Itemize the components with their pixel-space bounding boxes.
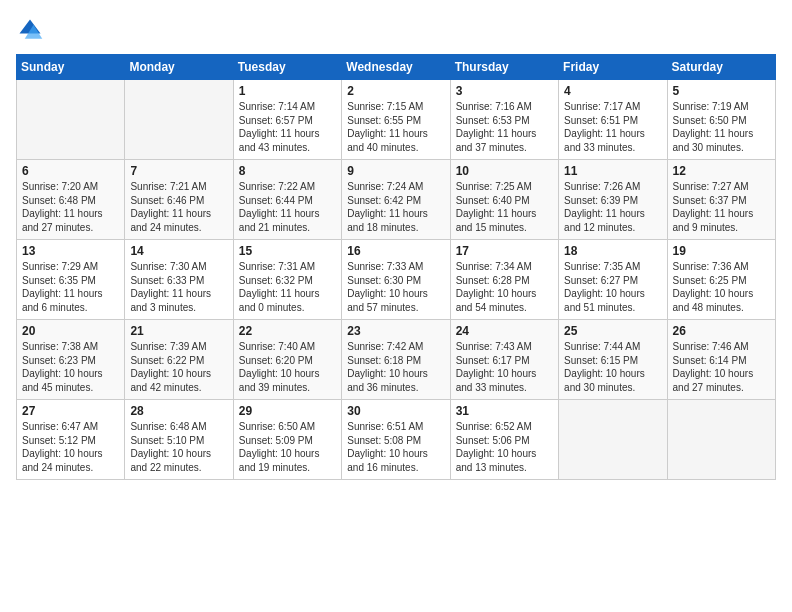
day-number: 27 — [22, 404, 119, 418]
calendar-table: SundayMondayTuesdayWednesdayThursdayFrid… — [16, 54, 776, 480]
day-info: Sunrise: 7:24 AMSunset: 6:42 PMDaylight:… — [347, 180, 444, 234]
day-info: Sunrise: 7:40 AMSunset: 6:20 PMDaylight:… — [239, 340, 336, 394]
day-info: Sunrise: 7:38 AMSunset: 6:23 PMDaylight:… — [22, 340, 119, 394]
calendar-cell: 20Sunrise: 7:38 AMSunset: 6:23 PMDayligh… — [17, 320, 125, 400]
day-info: Sunrise: 7:42 AMSunset: 6:18 PMDaylight:… — [347, 340, 444, 394]
day-number: 8 — [239, 164, 336, 178]
day-info: Sunrise: 7:26 AMSunset: 6:39 PMDaylight:… — [564, 180, 661, 234]
day-number: 18 — [564, 244, 661, 258]
day-info: Sunrise: 6:51 AMSunset: 5:08 PMDaylight:… — [347, 420, 444, 474]
day-info: Sunrise: 7:36 AMSunset: 6:25 PMDaylight:… — [673, 260, 770, 314]
day-info: Sunrise: 6:52 AMSunset: 5:06 PMDaylight:… — [456, 420, 553, 474]
calendar-cell: 17Sunrise: 7:34 AMSunset: 6:28 PMDayligh… — [450, 240, 558, 320]
day-info: Sunrise: 7:14 AMSunset: 6:57 PMDaylight:… — [239, 100, 336, 154]
header-monday: Monday — [125, 55, 233, 80]
day-number: 20 — [22, 324, 119, 338]
header-thursday: Thursday — [450, 55, 558, 80]
day-info: Sunrise: 7:30 AMSunset: 6:33 PMDaylight:… — [130, 260, 227, 314]
calendar-cell: 4Sunrise: 7:17 AMSunset: 6:51 PMDaylight… — [559, 80, 667, 160]
calendar-cell: 25Sunrise: 7:44 AMSunset: 6:15 PMDayligh… — [559, 320, 667, 400]
calendar-cell — [559, 400, 667, 480]
calendar-cell: 29Sunrise: 6:50 AMSunset: 5:09 PMDayligh… — [233, 400, 341, 480]
calendar-cell: 28Sunrise: 6:48 AMSunset: 5:10 PMDayligh… — [125, 400, 233, 480]
calendar-cell: 18Sunrise: 7:35 AMSunset: 6:27 PMDayligh… — [559, 240, 667, 320]
calendar-cell: 7Sunrise: 7:21 AMSunset: 6:46 PMDaylight… — [125, 160, 233, 240]
day-number: 19 — [673, 244, 770, 258]
calendar-cell: 11Sunrise: 7:26 AMSunset: 6:39 PMDayligh… — [559, 160, 667, 240]
day-number: 30 — [347, 404, 444, 418]
day-number: 3 — [456, 84, 553, 98]
day-info: Sunrise: 7:16 AMSunset: 6:53 PMDaylight:… — [456, 100, 553, 154]
header-wednesday: Wednesday — [342, 55, 450, 80]
day-number: 21 — [130, 324, 227, 338]
day-number: 15 — [239, 244, 336, 258]
logo-icon — [16, 16, 44, 44]
calendar-cell: 19Sunrise: 7:36 AMSunset: 6:25 PMDayligh… — [667, 240, 775, 320]
day-number: 25 — [564, 324, 661, 338]
calendar-cell: 16Sunrise: 7:33 AMSunset: 6:30 PMDayligh… — [342, 240, 450, 320]
calendar-cell — [125, 80, 233, 160]
calendar-cell: 14Sunrise: 7:30 AMSunset: 6:33 PMDayligh… — [125, 240, 233, 320]
day-info: Sunrise: 7:39 AMSunset: 6:22 PMDaylight:… — [130, 340, 227, 394]
day-number: 24 — [456, 324, 553, 338]
day-info: Sunrise: 7:20 AMSunset: 6:48 PMDaylight:… — [22, 180, 119, 234]
logo — [16, 16, 48, 44]
calendar-header-row: SundayMondayTuesdayWednesdayThursdayFrid… — [17, 55, 776, 80]
day-number: 23 — [347, 324, 444, 338]
calendar-cell — [17, 80, 125, 160]
day-number: 17 — [456, 244, 553, 258]
day-info: Sunrise: 7:19 AMSunset: 6:50 PMDaylight:… — [673, 100, 770, 154]
calendar-cell: 31Sunrise: 6:52 AMSunset: 5:06 PMDayligh… — [450, 400, 558, 480]
day-info: Sunrise: 6:47 AMSunset: 5:12 PMDaylight:… — [22, 420, 119, 474]
header-friday: Friday — [559, 55, 667, 80]
day-number: 16 — [347, 244, 444, 258]
calendar-cell — [667, 400, 775, 480]
day-number: 26 — [673, 324, 770, 338]
day-number: 10 — [456, 164, 553, 178]
day-info: Sunrise: 7:34 AMSunset: 6:28 PMDaylight:… — [456, 260, 553, 314]
calendar-cell: 9Sunrise: 7:24 AMSunset: 6:42 PMDaylight… — [342, 160, 450, 240]
day-info: Sunrise: 6:50 AMSunset: 5:09 PMDaylight:… — [239, 420, 336, 474]
day-number: 5 — [673, 84, 770, 98]
calendar-cell: 21Sunrise: 7:39 AMSunset: 6:22 PMDayligh… — [125, 320, 233, 400]
calendar-cell: 8Sunrise: 7:22 AMSunset: 6:44 PMDaylight… — [233, 160, 341, 240]
week-row-2: 6Sunrise: 7:20 AMSunset: 6:48 PMDaylight… — [17, 160, 776, 240]
header-tuesday: Tuesday — [233, 55, 341, 80]
day-number: 29 — [239, 404, 336, 418]
day-number: 6 — [22, 164, 119, 178]
calendar-cell: 10Sunrise: 7:25 AMSunset: 6:40 PMDayligh… — [450, 160, 558, 240]
day-info: Sunrise: 7:21 AMSunset: 6:46 PMDaylight:… — [130, 180, 227, 234]
calendar-cell: 6Sunrise: 7:20 AMSunset: 6:48 PMDaylight… — [17, 160, 125, 240]
day-info: Sunrise: 7:29 AMSunset: 6:35 PMDaylight:… — [22, 260, 119, 314]
day-number: 4 — [564, 84, 661, 98]
day-number: 11 — [564, 164, 661, 178]
day-number: 12 — [673, 164, 770, 178]
day-info: Sunrise: 6:48 AMSunset: 5:10 PMDaylight:… — [130, 420, 227, 474]
day-info: Sunrise: 7:43 AMSunset: 6:17 PMDaylight:… — [456, 340, 553, 394]
day-info: Sunrise: 7:33 AMSunset: 6:30 PMDaylight:… — [347, 260, 444, 314]
calendar-cell: 27Sunrise: 6:47 AMSunset: 5:12 PMDayligh… — [17, 400, 125, 480]
day-number: 31 — [456, 404, 553, 418]
day-info: Sunrise: 7:22 AMSunset: 6:44 PMDaylight:… — [239, 180, 336, 234]
calendar-cell: 1Sunrise: 7:14 AMSunset: 6:57 PMDaylight… — [233, 80, 341, 160]
header-sunday: Sunday — [17, 55, 125, 80]
day-info: Sunrise: 7:31 AMSunset: 6:32 PMDaylight:… — [239, 260, 336, 314]
day-number: 7 — [130, 164, 227, 178]
day-number: 14 — [130, 244, 227, 258]
calendar-cell: 3Sunrise: 7:16 AMSunset: 6:53 PMDaylight… — [450, 80, 558, 160]
week-row-5: 27Sunrise: 6:47 AMSunset: 5:12 PMDayligh… — [17, 400, 776, 480]
day-info: Sunrise: 7:46 AMSunset: 6:14 PMDaylight:… — [673, 340, 770, 394]
day-number: 22 — [239, 324, 336, 338]
day-info: Sunrise: 7:15 AMSunset: 6:55 PMDaylight:… — [347, 100, 444, 154]
calendar-cell: 15Sunrise: 7:31 AMSunset: 6:32 PMDayligh… — [233, 240, 341, 320]
calendar-cell: 13Sunrise: 7:29 AMSunset: 6:35 PMDayligh… — [17, 240, 125, 320]
calendar-cell: 22Sunrise: 7:40 AMSunset: 6:20 PMDayligh… — [233, 320, 341, 400]
day-info: Sunrise: 7:27 AMSunset: 6:37 PMDaylight:… — [673, 180, 770, 234]
week-row-1: 1Sunrise: 7:14 AMSunset: 6:57 PMDaylight… — [17, 80, 776, 160]
day-number: 13 — [22, 244, 119, 258]
calendar-cell: 23Sunrise: 7:42 AMSunset: 6:18 PMDayligh… — [342, 320, 450, 400]
page-header — [16, 16, 776, 44]
day-info: Sunrise: 7:17 AMSunset: 6:51 PMDaylight:… — [564, 100, 661, 154]
day-number: 28 — [130, 404, 227, 418]
day-info: Sunrise: 7:35 AMSunset: 6:27 PMDaylight:… — [564, 260, 661, 314]
